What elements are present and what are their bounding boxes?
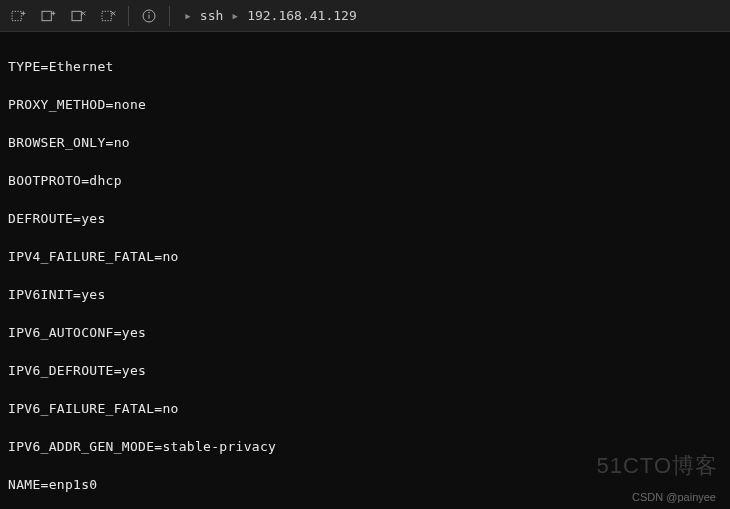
config-line: IPV6_AUTOCONF=yes: [8, 323, 722, 342]
config-line: IPV4_FAILURE_FATAL=no: [8, 247, 722, 266]
breadcrumb-host[interactable]: 192.168.41.129: [247, 8, 357, 23]
config-line: TYPE=Ethernet: [8, 57, 722, 76]
config-line: BROWSER_ONLY=no: [8, 133, 722, 152]
config-line: IPV6INIT=yes: [8, 285, 722, 304]
svg-point-14: [149, 12, 150, 13]
new-tab-icon[interactable]: [4, 2, 32, 30]
config-line: IPV6_DEFROUTE=yes: [8, 361, 722, 380]
svg-rect-9: [102, 11, 111, 20]
close-tab-icon[interactable]: [64, 2, 92, 30]
chevron-right-icon: ▸: [231, 8, 239, 23]
terminal-output[interactable]: TYPE=Ethernet PROXY_METHOD=none BROWSER_…: [0, 32, 730, 509]
config-line: BOOTPROTO=dhcp: [8, 171, 722, 190]
watermark-text: 51CTO博客: [596, 451, 718, 481]
svg-rect-6: [72, 11, 81, 20]
info-icon[interactable]: [135, 2, 163, 30]
toolbar-separator-2: [169, 6, 170, 26]
chevron-right-icon: ▸: [184, 8, 192, 23]
credit-text: CSDN @painyee: [632, 491, 716, 503]
toolbar: ▸ ssh ▸ 192.168.41.129: [0, 0, 730, 32]
close-all-icon[interactable]: [94, 2, 122, 30]
config-line: PROXY_METHOD=none: [8, 95, 722, 114]
breadcrumb-ssh[interactable]: ssh: [200, 8, 223, 23]
svg-rect-0: [12, 11, 21, 20]
new-tab-plus-icon[interactable]: [34, 2, 62, 30]
toolbar-separator: [128, 6, 129, 26]
config-line: DEFROUTE=yes: [8, 209, 722, 228]
config-line: IPV6_FAILURE_FATAL=no: [8, 399, 722, 418]
breadcrumb: ▸ ssh ▸ 192.168.41.129: [184, 8, 357, 23]
svg-rect-3: [42, 11, 51, 20]
